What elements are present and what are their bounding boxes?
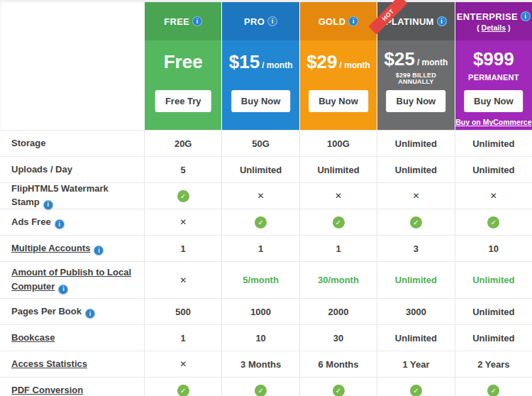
plan-card-enterprise: ENTERPRISE( Details )$999PERMANENTBuy No… xyxy=(455,2,532,130)
price-value: $29 xyxy=(306,51,337,72)
info-icon[interactable] xyxy=(94,246,104,255)
plan-body-free: FreeFree Try xyxy=(145,40,221,130)
cross-icon xyxy=(257,191,265,201)
info-icon[interactable] xyxy=(267,16,277,26)
info-icon[interactable] xyxy=(348,16,358,26)
feature-value: 1 xyxy=(258,243,263,254)
info-icon[interactable] xyxy=(192,16,202,26)
feature-value-cell: 1 xyxy=(144,236,221,261)
feature-value-cell xyxy=(144,262,221,298)
plan-title: GOLD xyxy=(318,16,359,27)
feature-label[interactable]: Multiple Accounts xyxy=(11,243,90,253)
free-buy-button[interactable]: Free Try xyxy=(155,90,211,112)
feature-value: Unlimited xyxy=(240,165,282,175)
feature-label: Uploads / Day xyxy=(11,164,72,175)
check-icon xyxy=(255,216,267,229)
feature-label-cell: Multiple Accounts xyxy=(0,236,144,261)
table-row: PDF Conversion xyxy=(0,377,532,396)
feature-label-wrap: Ads Free xyxy=(11,215,65,230)
check-icon xyxy=(410,385,422,396)
plan-title-text: GOLD xyxy=(318,16,346,27)
feature-value-cell: Unlimited xyxy=(455,131,532,156)
price-value: $999 xyxy=(473,48,514,70)
price-value: Free xyxy=(164,51,203,72)
plan-body-enterprise: $999PERMANENTBuy NowBuy on MyCommerce xyxy=(455,40,532,130)
feature-value: 30/month xyxy=(318,275,359,285)
price-line: Free xyxy=(145,52,221,72)
feature-value-cell: 1 xyxy=(299,236,377,261)
feature-value-cell: Unlimited xyxy=(455,157,532,182)
plan-details-link[interactable]: ( Details ) xyxy=(477,23,510,32)
plan-body-pro: $15/ monthBuy Now xyxy=(222,40,299,130)
enterprise-buy-button[interactable]: Buy Now xyxy=(464,90,523,112)
check-icon xyxy=(487,385,499,396)
feature-value: 30 xyxy=(333,333,343,343)
check-icon xyxy=(410,216,422,229)
feature-label: Storage xyxy=(11,138,45,148)
info-icon[interactable] xyxy=(58,285,68,295)
feature-value-cell: Unlimited xyxy=(221,157,299,182)
feature-value: 3 xyxy=(414,243,419,254)
feature-value-cell xyxy=(299,209,377,235)
pro-buy-button[interactable]: Buy Now xyxy=(231,90,291,112)
buy-on-mycommerce-link[interactable]: Buy on MyCommerce xyxy=(455,118,532,126)
feature-value-cell xyxy=(221,183,299,209)
info-icon[interactable] xyxy=(85,309,95,319)
plan-card-pro: PRO$15/ monthBuy Now xyxy=(221,2,299,130)
feature-value-cell xyxy=(377,183,454,209)
feature-value-cell xyxy=(221,378,299,396)
price-line: $15/ month xyxy=(222,52,299,72)
gold-buy-button[interactable]: Buy Now xyxy=(309,90,368,112)
feature-value: 500 xyxy=(175,307,191,317)
feature-value-cell: Unlimited xyxy=(455,262,532,298)
details-paren-close: ) xyxy=(506,23,510,32)
feature-value: 50G xyxy=(252,138,270,149)
feature-value: 3 Months xyxy=(240,359,281,370)
info-icon[interactable] xyxy=(55,219,65,229)
feature-label-wrap: Multiple Accounts xyxy=(11,241,104,256)
feature-label[interactable]: Amount of Publish to Local Computer xyxy=(11,267,131,292)
feature-value: 2000 xyxy=(328,307,349,317)
table-row: Pages Per Book500100020003000Unlimited xyxy=(0,298,532,324)
feature-value-cell: 6 Months xyxy=(299,351,377,377)
feature-value-cell: 100G xyxy=(299,131,377,156)
feature-label-wrap: FlipHTML5 Watermark Stamp xyxy=(11,182,137,210)
feature-value: 20G xyxy=(174,138,192,149)
feature-value-cell: 50G xyxy=(221,131,299,156)
plan-title: FREE xyxy=(164,16,202,27)
feature-value-cell: 5/month xyxy=(221,262,299,298)
feature-value: 10 xyxy=(489,243,499,254)
feature-value-cell: Unlimited xyxy=(299,157,377,182)
check-icon xyxy=(177,190,189,202)
feature-value: 2 Years xyxy=(477,359,509,370)
check-icon xyxy=(487,216,499,229)
feature-value-cell: 1000 xyxy=(221,299,299,324)
feature-value: Unlimited xyxy=(317,165,359,175)
info-icon[interactable] xyxy=(437,16,447,26)
feature-value-cell: Unlimited xyxy=(377,325,454,351)
table-row: Access Statistics3 Months6 Months1 Year2… xyxy=(0,351,532,377)
feature-value: 1 xyxy=(181,333,186,343)
cross-icon xyxy=(412,191,419,201)
feature-value-cell: Unlimited xyxy=(377,262,454,298)
feature-value: 5 xyxy=(181,165,186,175)
feature-value: Unlimited xyxy=(472,333,514,343)
feature-label[interactable]: PDF Conversion xyxy=(11,385,83,395)
table-row: Bookcase11030UnlimitedUnlimited xyxy=(0,324,532,351)
feature-value: 10 xyxy=(255,333,265,343)
feature-value-cell: 1 xyxy=(144,325,221,351)
plan-title-text: PRO xyxy=(244,16,265,27)
details-link-text[interactable]: Details xyxy=(482,23,506,32)
table-row: Uploads / Day5UnlimitedUnlimitedUnlimite… xyxy=(0,156,532,182)
feature-label-cell: PDF Conversion xyxy=(0,378,144,396)
platinum-buy-button[interactable]: Buy Now xyxy=(387,90,446,112)
info-icon[interactable] xyxy=(521,11,531,21)
plan-body-platinum: $25/ month$299 BILLED ANNUALLYBuy Now xyxy=(377,40,454,130)
feature-label[interactable]: Access Statistics xyxy=(11,358,87,369)
feature-label-cell: Pages Per Book xyxy=(0,299,144,324)
feature-value-cell: 500 xyxy=(144,299,221,324)
price-value: $15 xyxy=(229,51,260,72)
feature-label[interactable]: Bookcase xyxy=(11,332,55,343)
price-block: $29/ month xyxy=(300,52,377,72)
feature-value-cell xyxy=(221,209,299,235)
